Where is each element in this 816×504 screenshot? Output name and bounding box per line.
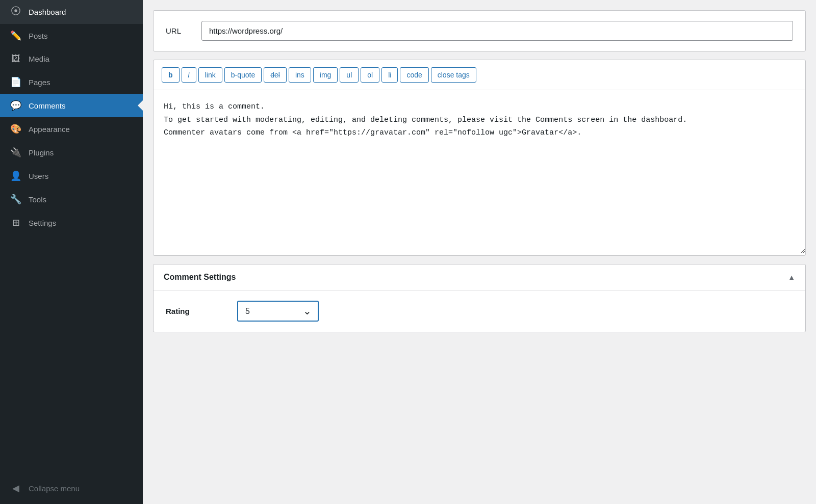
sidebar-item-label: Comments xyxy=(29,101,66,110)
sidebar-item-label: Settings xyxy=(29,219,56,227)
sidebar-item-comments[interactable]: 💬 Comments xyxy=(0,94,143,117)
toolbar-btn-ul[interactable]: ul xyxy=(340,67,359,83)
main-content: URL b i link b-quote del ins img ul ol l… xyxy=(143,0,816,504)
sidebar-item-label: Posts xyxy=(29,32,48,40)
tools-icon: 🔧 xyxy=(10,194,21,205)
settings-toggle-arrow: ▲ xyxy=(788,273,795,281)
sidebar-item-label: Users xyxy=(29,172,48,180)
sidebar-collapse[interactable]: ◀ Collapse menu xyxy=(0,476,143,504)
sidebar-item-dashboard[interactable]: Dashboard xyxy=(0,0,143,24)
toolbar-btn-img[interactable]: img xyxy=(313,67,338,83)
plugins-icon: 🔌 xyxy=(10,147,21,158)
settings-title: Comment Settings xyxy=(164,273,236,282)
sidebar-item-label: Appearance xyxy=(29,125,70,134)
toolbar-btn-li[interactable]: li xyxy=(381,67,398,83)
media-icon: 🖼 xyxy=(10,54,21,64)
sidebar-item-tools[interactable]: 🔧 Tools xyxy=(0,188,143,211)
toolbar-btn-bquote[interactable]: b-quote xyxy=(224,67,262,83)
toolbar-btn-b[interactable]: b xyxy=(162,67,180,83)
rating-label: Rating xyxy=(166,307,227,315)
rating-select[interactable]: 1 2 3 4 5 xyxy=(237,301,319,322)
rating-select-wrapper: 1 2 3 4 5 xyxy=(237,301,319,322)
appearance-icon: 🎨 xyxy=(10,123,21,135)
sidebar-item-posts[interactable]: ✏️ Posts xyxy=(0,24,143,47)
sidebar-item-label: Media xyxy=(29,55,49,63)
active-arrow xyxy=(138,100,143,111)
sidebar-item-label: Plugins xyxy=(29,148,54,157)
settings-icon: ⊞ xyxy=(10,217,21,228)
toolbar-btn-del[interactable]: del xyxy=(264,67,287,83)
toolbar-btn-i[interactable]: i xyxy=(182,67,196,83)
sidebar-item-users[interactable]: 👤 Users xyxy=(0,164,143,188)
sidebar-item-pages[interactable]: 📄 Pages xyxy=(0,70,143,94)
settings-header[interactable]: Comment Settings ▲ xyxy=(154,264,805,290)
editor-textarea[interactable]: Hi, this is a comment. To get started wi… xyxy=(154,90,805,253)
editor-section: b i link b-quote del ins img ul ol li co… xyxy=(153,60,806,256)
posts-icon: ✏️ xyxy=(10,30,21,41)
toolbar-btn-ins[interactable]: ins xyxy=(289,67,311,83)
url-label: URL xyxy=(166,26,191,35)
comment-settings: Comment Settings ▲ Rating 1 2 3 4 5 xyxy=(153,264,806,332)
collapse-label: Collapse menu xyxy=(29,484,80,493)
sidebar-item-label: Dashboard xyxy=(29,8,66,16)
sidebar-item-label: Pages xyxy=(29,78,50,87)
sidebar-item-appearance[interactable]: 🎨 Appearance xyxy=(0,117,143,141)
toolbar-btn-close-tags[interactable]: close tags xyxy=(431,67,476,83)
sidebar-item-plugins[interactable]: 🔌 Plugins xyxy=(0,141,143,164)
pages-icon: 📄 xyxy=(10,76,21,88)
sidebar-item-media[interactable]: 🖼 Media xyxy=(0,47,143,70)
url-section: URL xyxy=(153,10,806,51)
collapse-icon: ◀ xyxy=(10,483,21,494)
settings-body: Rating 1 2 3 4 5 xyxy=(154,290,805,332)
toolbar-btn-ol[interactable]: ol xyxy=(361,67,379,83)
sidebar: Dashboard ✏️ Posts 🖼 Media 📄 Pages 💬 Com… xyxy=(0,0,143,504)
svg-point-1 xyxy=(14,9,17,12)
editor-toolbar: b i link b-quote del ins img ul ol li co… xyxy=(154,60,805,90)
toolbar-btn-link[interactable]: link xyxy=(198,67,222,83)
comments-icon: 💬 xyxy=(10,100,21,111)
toolbar-btn-code[interactable]: code xyxy=(400,67,428,83)
sidebar-item-settings[interactable]: ⊞ Settings xyxy=(0,211,143,234)
users-icon: 👤 xyxy=(10,170,21,181)
dashboard-icon xyxy=(10,6,21,18)
sidebar-item-label: Tools xyxy=(29,195,46,204)
url-input[interactable] xyxy=(201,21,793,41)
